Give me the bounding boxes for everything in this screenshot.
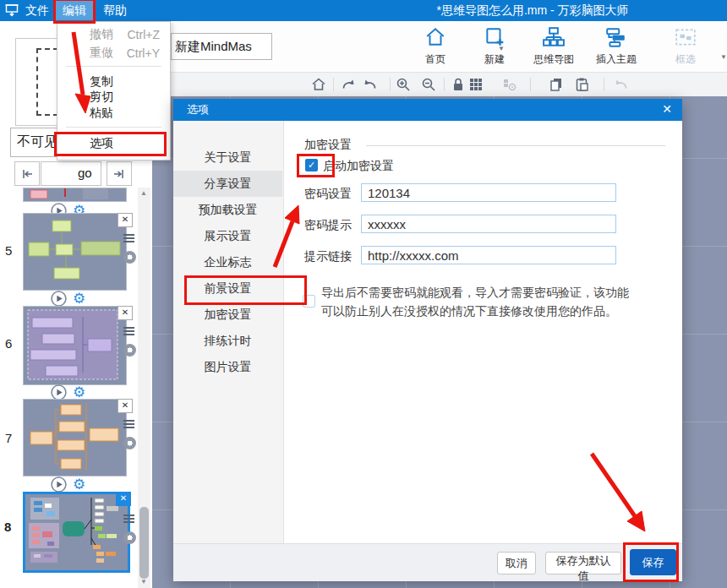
zoom-in-icon[interactable] — [396, 77, 411, 92]
password-label: 密码设置 — [304, 187, 352, 202]
slide-thumbnail-5[interactable] — [23, 213, 127, 291]
delete-slide-button[interactable]: ✕ — [118, 306, 133, 320]
slide-settings-gear-icon[interactable]: ⚙ — [73, 477, 85, 492]
marquee-select-icon — [675, 26, 697, 48]
home-label: 首页 — [408, 52, 462, 67]
summary-button: 概括 — [718, 26, 727, 68]
section-rule — [366, 145, 665, 146]
section-title: 加密设置 — [304, 138, 352, 153]
sidebar-item-rehearse[interactable]: 排练计时 — [173, 328, 282, 354]
insert-caret-icon[interactable]: ▼ — [720, 53, 727, 61]
insert-topic-label: 插入主题 — [589, 52, 643, 67]
menu-item-options[interactable]: 选项 — [57, 133, 168, 154]
scrollbar-thumb[interactable] — [139, 507, 149, 579]
undo-icon[interactable] — [363, 77, 378, 92]
application-window: 首页 新建 思维导图 插入主题 ▼ 框选 概括 关系结构 插入 — [0, 0, 727, 588]
insert-topic-icon — [605, 26, 627, 48]
play-slide-button[interactable] — [51, 291, 67, 307]
edit-menu-dropdown: 撤销 Ctrl+Z 重做 Ctrl+Y 复制 剪切 粘贴 选项 — [57, 21, 171, 161]
slide-number: 5 — [5, 243, 12, 258]
last-slide-button[interactable] — [107, 161, 132, 186]
slide-visibility-icon[interactable] — [123, 251, 136, 264]
sidebar-item-share[interactable]: 分享设置 — [173, 171, 282, 197]
first-slide-button[interactable] — [14, 161, 40, 186]
sidebar-item-about[interactable]: 关于设置 — [173, 144, 282, 171]
export-no-password-checkbox[interactable] — [303, 295, 315, 308]
cancel-button[interactable]: 取消 — [497, 552, 536, 574]
app-icon — [5, 3, 19, 18]
arrow-to-start-icon — [21, 169, 33, 179]
menu-separator — [66, 127, 161, 128]
dialog-close-icon[interactable]: ✕ — [662, 102, 672, 116]
delete-slide-button[interactable]: ✕ — [118, 213, 133, 227]
insert-topic-button[interactable]: 插入主题 — [589, 26, 643, 68]
scroll-down-icon[interactable]: ▼ — [140, 578, 147, 585]
table-settings-icon — [502, 77, 517, 92]
save-button[interactable]: 保存 — [630, 549, 676, 575]
new-button[interactable]: 新建 — [467, 26, 522, 68]
menu-help[interactable]: 帮助 — [103, 3, 127, 19]
undo-label: 撤销 — [57, 27, 113, 42]
home-icon — [424, 26, 446, 48]
password-hint-input[interactable] — [361, 215, 616, 233]
slide-visibility-icon[interactable] — [123, 531, 136, 544]
slide-settings-gear-icon[interactable]: ⚙ — [73, 385, 85, 400]
go-button[interactable]: go — [78, 166, 92, 180]
play-slide-button[interactable] — [51, 476, 67, 493]
sidebar-item-logo[interactable]: 企业标志 — [173, 249, 282, 275]
slides-scrollbar[interactable]: ▲ ▼ — [138, 188, 150, 588]
scroll-up-icon[interactable]: ▲ — [140, 189, 147, 197]
sidebar-item-foreground[interactable]: 前景设置 — [173, 275, 282, 302]
slide-thumbnail-8[interactable] — [23, 492, 130, 573]
slide-visibility-icon[interactable] — [123, 344, 136, 357]
slide-thumbnail-7[interactable] — [23, 399, 127, 476]
sidebar-item-encrypt[interactable]: 加密设置 — [173, 302, 282, 328]
slide-settings-gear-icon[interactable]: ⚙ — [73, 291, 85, 306]
menu-item-paste[interactable]: 粘贴 — [57, 104, 168, 122]
copy-icon[interactable] — [549, 77, 564, 92]
mindmap-preview — [24, 188, 124, 199]
marquee-select-button: 框选 — [659, 26, 713, 68]
slide-thumbnail-6[interactable] — [23, 306, 127, 385]
window-title: *思维导图怎么用.mm - 万彩脑图大师 — [364, 3, 702, 19]
undo-shortcut: Ctrl+Z — [128, 28, 169, 41]
slide-menu-icon[interactable] — [123, 327, 134, 335]
slide-visibility-icon[interactable] — [123, 437, 136, 449]
redo-icon[interactable] — [341, 77, 356, 92]
dialog-titlebar: 选项 ✕ — [173, 99, 682, 121]
hint-link-input[interactable] — [361, 246, 616, 264]
menu-file[interactable]: 文件 — [25, 3, 49, 19]
delete-slide-button[interactable]: ✕ — [118, 399, 133, 413]
sidebar-item-preload[interactable]: 预加载设置 — [173, 197, 282, 223]
paste-icon[interactable] — [574, 77, 589, 92]
mindmap-preview — [24, 307, 124, 383]
slide-menu-icon[interactable] — [123, 234, 134, 242]
play-icon — [51, 291, 67, 307]
undo-disabled-icon — [614, 77, 629, 92]
grid-icon[interactable] — [468, 77, 484, 92]
dialog-title: 选项 — [187, 102, 209, 117]
home-button[interactable]: 首页 — [408, 26, 462, 68]
password-input[interactable] — [361, 183, 616, 202]
sidebar-item-display[interactable]: 展示设置 — [173, 223, 282, 249]
mindmap-button[interactable]: 思维导图 — [527, 26, 581, 68]
insert-topic-caret-icon[interactable]: ▼ — [498, 45, 505, 52]
zoom-out-icon[interactable] — [421, 77, 436, 92]
lock-icon[interactable] — [451, 77, 466, 92]
canvas-home-icon[interactable] — [311, 77, 326, 92]
mindmap-label: 思维导图 — [527, 52, 581, 67]
window-titlebar: 文件 编辑 帮助 *思维导图怎么用.mm - 万彩脑图大师 — [0, 0, 727, 21]
menu-edit[interactable]: 编辑 — [56, 1, 93, 20]
document-name-input[interactable] — [171, 33, 272, 60]
enable-encrypt-checkbox[interactable]: ✓ — [305, 159, 318, 172]
slide-thumbnail-partial[interactable] — [23, 188, 127, 202]
slide-menu-icon[interactable] — [123, 420, 134, 428]
menu-separator — [66, 66, 161, 67]
sidebar-item-image[interactable]: 图片设置 — [173, 354, 282, 380]
delete-slide-button[interactable]: ✕ — [116, 492, 131, 506]
visibility-value: 不可见 — [17, 133, 57, 151]
slide-menu-icon[interactable] — [123, 514, 134, 523]
enable-encrypt-label: 启动加密设置 — [323, 159, 394, 174]
slide-number-input[interactable] — [41, 161, 101, 186]
save-as-default-button[interactable]: 保存为默认值 — [545, 552, 621, 574]
